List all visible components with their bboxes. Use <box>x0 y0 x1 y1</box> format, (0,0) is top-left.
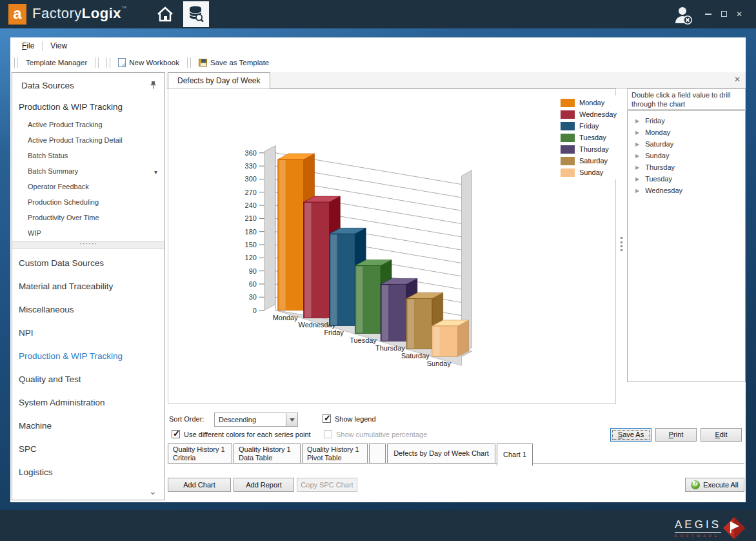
drill-item-saturday[interactable]: ▶Saturday <box>628 138 745 150</box>
sidebar-subitem-operator-feedback[interactable]: Operator Feedback <box>12 179 164 194</box>
aegis-diamond-icon <box>721 515 747 541</box>
tab-defects-by-day-of-week[interactable]: Defects by Day of Week <box>168 72 270 88</box>
show-legend-checkbox[interactable]: Show legend <box>323 414 376 423</box>
sidebar-splitter[interactable]: ······ <box>12 241 164 249</box>
chart-panel: 0306090120150180210240270300330360Monday… <box>168 88 616 404</box>
toolbar-separator <box>95 57 99 68</box>
drill-item-friday[interactable]: ▶Friday <box>628 115 745 127</box>
sidebar-subitem-active-product-tracking-detail[interactable]: Active Product Tracking Detail <box>12 132 164 148</box>
use-colors-checkbox[interactable]: Use different colors for each series poi… <box>172 430 311 438</box>
sheet-tab-defects-by-day-of-week-chart[interactable]: Defects by Day of Week Chart <box>387 444 495 464</box>
home-button[interactable] <box>152 1 178 27</box>
show-legend-label: Show legend <box>335 415 376 423</box>
sidebar-group-title: Production & WIP Tracking <box>12 90 164 112</box>
execute-all-label: Execute All <box>703 481 738 489</box>
edit-button[interactable]: Edit <box>701 428 742 442</box>
svg-text:30: 30 <box>249 293 257 301</box>
expand-triangle-icon[interactable]: ▶ <box>635 130 639 136</box>
drill-panel: Double click a field value to drill thro… <box>627 88 746 382</box>
user-status-icon[interactable] <box>673 6 694 25</box>
save-as-button[interactable]: Save As <box>610 428 652 442</box>
drill-item-label: Sunday <box>645 152 669 159</box>
sheet-tab-chart-1[interactable]: Chart 1 <box>497 444 533 466</box>
expand-triangle-icon[interactable]: ▶ <box>635 165 639 170</box>
sidebar-subitem-production-scheduling[interactable]: Production Scheduling <box>12 194 164 210</box>
menu-bar: FileView <box>10 37 746 54</box>
cumulative-checkbox: Show cumulative percentage <box>324 430 427 438</box>
svg-text:Friday: Friday <box>324 329 344 336</box>
document-icon <box>118 58 126 67</box>
svg-text:Tuesday: Tuesday <box>350 336 377 344</box>
sort-order-select[interactable]: Descending <box>214 413 298 427</box>
save-icon <box>199 59 207 66</box>
toolbar-new-workbook[interactable]: New Workbook <box>114 56 183 69</box>
window-frame: FileView Template ManagerNew WorkbookSav… <box>0 28 756 510</box>
aegis-software-text: SOFTWARE <box>675 534 721 538</box>
drill-item-label: Tuesday <box>645 175 672 183</box>
sheet-tab-quality-history-1-pivot-table[interactable]: Quality History 1 Pivot Table <box>302 444 368 464</box>
add-chart-button[interactable]: Add Chart <box>168 478 231 492</box>
drill-item-monday[interactable]: ▶Monday <box>628 127 745 138</box>
drill-item-sunday[interactable]: ▶Sunday <box>628 150 745 161</box>
sidebar-subitem-productivity-over-time[interactable]: Productivity Over Time <box>12 210 164 225</box>
sidebar-item-machine[interactable]: Machine <box>12 414 164 438</box>
sidebar-item-npi[interactable]: NPI <box>12 322 164 345</box>
sidebar-subitem-batch-status[interactable]: Batch Status <box>12 148 164 163</box>
sidebar-item-material-and-traceability[interactable]: Material and Traceability <box>12 275 164 298</box>
sheet-tab-quality-history-1-data-table[interactable]: Quality History 1 Data Table <box>234 444 301 464</box>
database-search-icon <box>188 5 204 23</box>
close-button[interactable]: ✕ <box>731 10 747 19</box>
toolbar-save-as-template[interactable]: Save as Template <box>195 57 273 68</box>
expand-triangle-icon[interactable]: ▶ <box>635 153 639 159</box>
sidebar-scroll-down-icon[interactable]: ⌄ <box>148 485 157 497</box>
svg-text:240: 240 <box>245 201 257 209</box>
toolbar-label-save-as-template: Save as Template <box>210 59 269 66</box>
menu-view[interactable]: View <box>45 39 72 52</box>
toolbar-separator <box>106 57 110 68</box>
sidebar-item-quality-and-test[interactable]: Quality and Test <box>12 368 164 391</box>
minimize-button[interactable] <box>701 10 716 19</box>
sidebar-item-production-wip-tracking[interactable]: Production & WIP Tracking <box>12 345 164 368</box>
expand-triangle-icon[interactable]: ▶ <box>635 118 639 124</box>
panel-splitter-handle[interactable] <box>621 237 622 251</box>
data-browser-button[interactable] <box>183 1 209 27</box>
svg-text:360: 360 <box>245 149 257 157</box>
dropdown-arrow-icon[interactable] <box>286 413 297 426</box>
sidebar-item-system-administration[interactable]: System Administration <box>12 391 164 414</box>
sidebar-subitem-wip[interactable]: WIP <box>12 225 164 241</box>
toolbar-separator <box>14 57 18 68</box>
sidebar-item-spc[interactable]: SPC <box>12 438 164 461</box>
sidebar-item-logistics[interactable]: Logistics <box>12 461 164 484</box>
svg-text:Saturday: Saturday <box>401 352 430 360</box>
print-button[interactable]: Print <box>655 428 697 442</box>
sheet-tab-strip: Quality History 1 CriteriaQuality Histor… <box>168 444 744 465</box>
sidebar-subitem-batch-summary[interactable]: Batch Summary <box>12 163 164 179</box>
expand-triangle-icon[interactable]: ▶ <box>635 141 639 147</box>
brand-factory: Factory <box>32 5 82 21</box>
pin-icon[interactable] <box>150 81 157 92</box>
chevron-down-icon[interactable]: ▾ <box>154 168 157 176</box>
app-logo: a <box>8 4 26 25</box>
expand-triangle-icon[interactable]: ▶ <box>635 188 639 194</box>
menu-separator <box>42 41 43 51</box>
execute-all-button[interactable]: Execute All <box>685 478 744 492</box>
toolbar-template-manager[interactable]: Template Manager <box>22 57 91 68</box>
legend-label: Sunday <box>579 168 603 176</box>
add-report-button[interactable]: Add Report <box>234 478 294 492</box>
bar-chart: 0306090120150180210240270300330360Monday… <box>168 89 615 403</box>
sidebar-subitem-active-product-tracking[interactable]: Active Product Tracking <box>12 117 164 132</box>
drill-item-tuesday[interactable]: ▶Tuesday <box>628 173 745 185</box>
close-tab-icon[interactable]: ✕ <box>734 75 741 84</box>
sidebar-item-miscellaneous[interactable]: Miscellaneous <box>12 298 164 322</box>
expand-triangle-icon[interactable]: ▶ <box>635 176 639 182</box>
data-sources-panel: Data Sources Production & WIP Tracking A… <box>12 72 165 500</box>
drill-item-wednesday[interactable]: ▶Wednesday <box>628 185 745 196</box>
refresh-icon <box>691 480 700 489</box>
checkbox-checked-icon <box>172 430 180 438</box>
sheet-tab-quality-history-1-criteria[interactable]: Quality History 1 Criteria <box>168 444 232 464</box>
maximize-button[interactable] <box>716 10 731 19</box>
menu-file[interactable]: File <box>17 39 39 52</box>
sheet-tab-empty[interactable] <box>369 444 386 464</box>
sidebar-item-custom-data-sources[interactable]: Custom Data Sources <box>12 252 164 275</box>
drill-item-thursday[interactable]: ▶Thursday <box>628 161 745 173</box>
